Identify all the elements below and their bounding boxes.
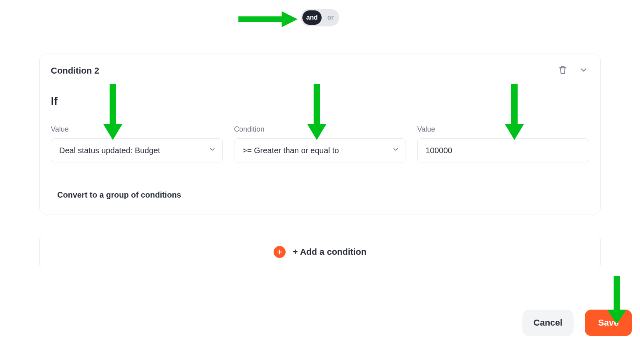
operator-option-or[interactable]: or [323, 10, 338, 25]
plus-icon [274, 246, 286, 258]
condition-label: Condition [234, 125, 406, 134]
value-left-label: Value [51, 125, 223, 134]
save-button[interactable]: Save [585, 310, 632, 336]
comparator-selected: >= Greater than or equal to [242, 146, 339, 155]
condition-title: Condition 2 [51, 66, 99, 76]
cancel-label: Cancel [534, 318, 562, 328]
if-label: If [51, 95, 589, 108]
value-right-label: Value [417, 125, 589, 134]
operator-label-and: and [306, 14, 318, 21]
chevron-down-icon [579, 66, 588, 76]
chevron-down-icon [392, 146, 399, 155]
value-right-input[interactable] [417, 138, 589, 162]
comparator-select[interactable]: >= Greater than or equal to [234, 138, 406, 162]
operator-toggle[interactable]: and or [301, 9, 339, 26]
chevron-down-icon [209, 146, 216, 155]
convert-to-group-link[interactable]: Convert to a group of conditions [51, 190, 589, 200]
condition-card: Condition 2 If Value Deal stat [39, 54, 601, 214]
cancel-button[interactable]: Cancel [522, 310, 574, 336]
convert-to-group-label: Convert to a group of conditions [57, 190, 181, 199]
add-condition-label: + Add a condition [293, 247, 366, 257]
delete-button[interactable] [557, 65, 568, 76]
collapse-button[interactable] [578, 65, 589, 76]
operator-option-and[interactable]: and [302, 10, 322, 25]
trash-icon [558, 66, 567, 76]
value-left-select[interactable]: Deal status updated: Budget [51, 138, 223, 162]
add-condition-button[interactable]: + Add a condition [39, 237, 601, 267]
operator-label-or: or [327, 14, 334, 21]
save-label: Save [598, 318, 618, 328]
value-left-selected: Deal status updated: Budget [59, 146, 160, 155]
